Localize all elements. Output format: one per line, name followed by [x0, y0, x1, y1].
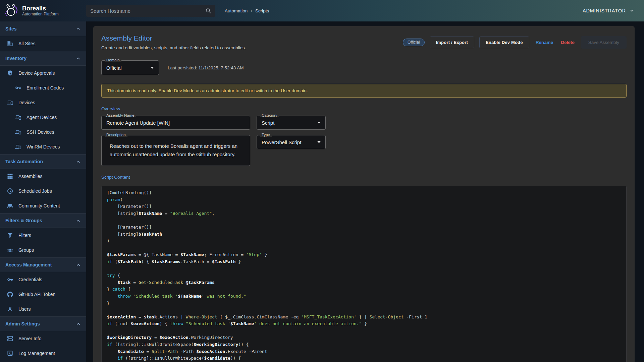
log-icon	[7, 350, 13, 357]
github-icon	[7, 291, 13, 298]
official-badge: Official	[403, 39, 424, 46]
sidebar-section-task-automation[interactable]: Task Automation	[0, 154, 86, 169]
user-menu-label: ADMINISTRATOR	[583, 8, 626, 13]
sidebar-item-label: SSH Devices	[26, 129, 54, 135]
sidebar-item-label: Credentials	[18, 277, 42, 282]
overview-form: Assembly Name Category Script Descriptio…	[101, 116, 627, 166]
sidebar-item-scheduled-jobs[interactable]: Scheduled Jobs	[0, 184, 86, 198]
assembly-editor-card: Assembly Editor Create and edit variable…	[93, 26, 635, 362]
code-line: $task = Get-ScheduledTask @taskParams	[107, 279, 621, 286]
sidebar-section-access-management[interactable]: Access Management	[0, 257, 86, 272]
script-content-heading: Script Content	[101, 175, 627, 180]
domain-select[interactable]: Domain Official	[101, 60, 159, 75]
sidebar-item-all-sites[interactable]: All Sites	[0, 36, 86, 51]
dropdown-caret-icon	[317, 122, 321, 124]
title-block: Assembly Editor Create and edit variable…	[101, 34, 246, 50]
building-icon	[7, 40, 13, 47]
read-only-warning: This domain is read-only. Enable Dev Mod…	[101, 84, 627, 98]
brand-subtitle: Automation Platform	[22, 12, 59, 17]
sidebar-item-ssh-devices[interactable]: SSH Devices	[0, 125, 86, 139]
chevron-up-icon	[76, 321, 81, 326]
app-header: Borealis Automation Platform Automation …	[0, 0, 644, 21]
assembly-name-input[interactable]	[106, 120, 245, 126]
sidebar-item-label: WinRM Devices	[26, 144, 60, 149]
sidebar-item-community-content[interactable]: Community Content	[0, 198, 86, 213]
sidebar-item-assemblies[interactable]: Assemblies	[0, 169, 86, 184]
code-line: [string]$TaskName = "Borealis Agent",	[107, 210, 621, 217]
breadcrumb-automation[interactable]: Automation	[225, 8, 248, 13]
sidebar-item-groups[interactable]: Groups	[0, 243, 86, 257]
brand-title: Borealis	[22, 5, 59, 12]
sidebar-item-server-info[interactable]: Server Info	[0, 331, 86, 346]
code-line: if ([string]::IsNullOrWhiteSpace($candid…	[107, 355, 621, 362]
page-title: Assembly Editor	[101, 34, 246, 42]
brand-logo[interactable]: Borealis Automation Platform	[3, 3, 86, 18]
breadcrumb: Automation › Scripts	[225, 8, 269, 13]
breadcrumb-separator: ›	[251, 8, 252, 13]
enable-dev-mode-button[interactable]: Enable Dev Mode	[479, 37, 529, 48]
sidebar-section-admin-settings[interactable]: Admin Settings	[0, 316, 86, 331]
rename-button[interactable]: Rename	[534, 38, 555, 47]
description-input[interactable]: Reaches out to the remote Borealis agent…	[102, 135, 250, 166]
code-line: } catch {	[107, 286, 621, 293]
sidebar-section-inventory[interactable]: Inventory	[0, 51, 86, 66]
sidebar-item-users[interactable]: Users	[0, 302, 86, 316]
sidebar-section-label: Admin Settings	[5, 321, 40, 326]
script-content-editor[interactable]: [CmdletBinding()]param( [Parameter()] [s…	[101, 186, 627, 362]
user-menu[interactable]: ADMINISTRATOR	[583, 8, 635, 13]
search-input[interactable]	[90, 8, 205, 14]
editor-actions: Official Import / Export Enable Dev Mode…	[403, 36, 627, 49]
sidebar-item-device-approvals[interactable]: Device Approvals	[0, 66, 86, 80]
hostname-search[interactable]	[86, 5, 215, 17]
sidebar-item-devices[interactable]: Devices	[0, 95, 86, 110]
code-line	[107, 265, 621, 273]
code-line: try {	[107, 272, 621, 279]
code-line: $candidate = Split-Path -Path $execActio…	[107, 348, 621, 355]
sidebar-item-agent-devices[interactable]: Agent Devices	[0, 110, 86, 125]
code-line: throw "Scheduled task '$TaskName' was no…	[107, 293, 621, 300]
sidebar-item-filters[interactable]: Filters	[0, 228, 86, 243]
sidebar-item-label: Scheduled Jobs	[18, 188, 52, 194]
key-icon	[15, 84, 21, 91]
chevron-up-icon	[76, 26, 81, 31]
devices-icon	[7, 99, 13, 106]
code-line: if (-not $execAction) { throw "Scheduled…	[107, 320, 621, 327]
chevron-up-icon	[76, 56, 81, 61]
save-assembly-button[interactable]: Save Assembly	[581, 36, 627, 49]
sidebar-item-winrm-devices[interactable]: WinRM Devices	[0, 139, 86, 154]
category-select[interactable]: Category Script	[257, 116, 326, 130]
sidebar-section-filters-groups[interactable]: Filters & Groups	[0, 213, 86, 228]
code-line: [Parameter()]	[107, 224, 621, 231]
rabbit-logo-icon	[3, 3, 19, 18]
assembly-name-label: Assembly Name	[105, 113, 136, 117]
delete-button[interactable]: Delete	[559, 38, 576, 47]
sidebar-item-label: Community Content	[18, 203, 60, 208]
overview-heading: Overview	[101, 106, 627, 111]
sidebar-item-label: Devices	[18, 100, 35, 105]
sidebar-item-label: Groups	[18, 247, 34, 253]
code-line: param(	[107, 196, 621, 203]
sidebar-item-page-template[interactable]: Page Template	[0, 361, 86, 362]
assembly-name-field[interactable]: Assembly Name	[101, 116, 250, 130]
domain-select-value: Official	[106, 65, 122, 71]
dropdown-caret-icon	[151, 67, 154, 69]
sidebar-item-github-api-token[interactable]: GitHub API Token	[0, 287, 86, 302]
last-persisted-text: Last persisted: 11/1/2025, 7:52:43 AM	[168, 65, 244, 70]
sidebar-item-label: Enrollment Codes	[26, 85, 64, 90]
sidebar-item-log-management[interactable]: Log Management	[0, 346, 86, 361]
description-field[interactable]: Description Reaches out to the remote Bo…	[101, 135, 250, 166]
clock-icon	[7, 188, 13, 194]
sidebar-item-enrollment-codes[interactable]: Enrollment Codes	[0, 80, 86, 95]
code-line	[107, 245, 621, 252]
description-label: Description	[105, 133, 127, 137]
import-export-button[interactable]: Import / Export	[430, 37, 474, 48]
type-select[interactable]: Type PowerShell Script	[257, 135, 326, 149]
sidebar-item-label: Assemblies	[18, 174, 43, 179]
code-line: $taskParams = @{ TaskName = $TaskName; E…	[107, 251, 621, 258]
sidebar-item-label: Server Info	[18, 336, 41, 341]
sidebar-section-sites[interactable]: Sites	[0, 21, 86, 36]
sidebar-item-label: All Sites	[18, 41, 36, 46]
sidebar-item-credentials[interactable]: Credentials	[0, 272, 86, 287]
category-select-value: Script	[262, 120, 274, 126]
category-select-label: Category	[260, 113, 279, 117]
